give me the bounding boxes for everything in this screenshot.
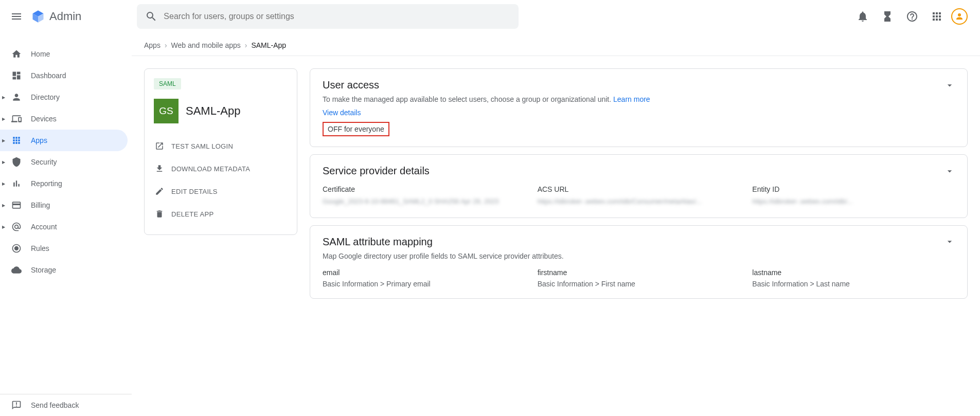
feedback-label: Send feedback — [31, 401, 79, 409]
notifications-button[interactable] — [852, 6, 873, 27]
header-actions — [852, 6, 976, 27]
caret-icon: ▶ — [2, 203, 5, 208]
edit-icon — [155, 187, 164, 196]
nav-label: Directory — [31, 93, 60, 101]
caret-icon: ▶ — [2, 160, 5, 165]
search-icon — [145, 10, 157, 23]
account-avatar[interactable] — [951, 8, 968, 25]
test-saml-login-action[interactable]: TEST SAML LOGIN — [150, 135, 292, 157]
edit-details-action[interactable]: EDIT DETAILS — [150, 180, 292, 203]
column-label: Entity ID — [752, 185, 955, 193]
sidebar-item-storage[interactable]: Storage — [0, 259, 128, 281]
app-summary-card: SAML GS SAML-App TEST SAML LOGINDOWNLOAD… — [144, 68, 297, 235]
action-label: TEST SAML LOGIN — [171, 142, 233, 150]
nav-label: Reporting — [31, 179, 62, 188]
feedback-icon — [11, 400, 22, 410]
download-metadata-action[interactable]: DOWNLOAD METADATA — [150, 157, 292, 180]
chevron-down-icon[interactable] — [945, 237, 955, 247]
saml-badge: SAML — [154, 78, 181, 89]
service-provider-panel[interactable]: Service provider details CertificateGoog… — [310, 154, 968, 218]
chevron-down-icon[interactable] — [945, 80, 955, 91]
breadcrumb-item[interactable]: Apps — [144, 41, 161, 49]
sp-column: ACS URLhttps://idbroker-.webex.com/idb/C… — [538, 185, 740, 207]
sidebar-item-account[interactable]: ▶Account — [0, 216, 128, 238]
bell-icon — [857, 10, 869, 23]
column-value: https://idbroker-.webex.com/idb/Consumer… — [538, 196, 740, 207]
apps-grid-icon — [931, 10, 943, 23]
chevron-right-icon: › — [245, 41, 247, 49]
sidebar-item-directory[interactable]: ▶Directory — [0, 86, 128, 108]
column-value: Basic Information > First name — [538, 280, 740, 288]
attr-column: lastnameBasic Information > Last name — [752, 268, 955, 288]
column-value: Basic Information > Last name — [752, 280, 955, 288]
apps-launcher-button[interactable] — [926, 6, 947, 27]
access-status: OFF for everyone — [323, 122, 389, 136]
at-icon — [11, 222, 22, 232]
wheel-icon — [11, 243, 22, 254]
breadcrumb-current: SAML-App — [251, 41, 286, 49]
attribute-mapping-panel[interactable]: SAML attribute mapping Map Google direct… — [310, 225, 968, 299]
attr-column: firstnameBasic Information > First name — [538, 268, 740, 288]
column-label: email — [323, 268, 525, 277]
tasks-button[interactable] — [877, 6, 898, 27]
sp-column: CertificateGoogle_2023-6-10-88461_SAML2_… — [323, 185, 525, 207]
dashboard-icon — [11, 70, 22, 81]
header: Admin — [0, 0, 980, 33]
panel-subtitle: To make the managed app available to sel… — [323, 95, 955, 103]
learn-more-link[interactable]: Learn more — [613, 95, 650, 103]
column-label: lastname — [752, 268, 955, 277]
chevron-right-icon: › — [165, 41, 167, 49]
column-value: https://idbroker-.webex.com/idb/... — [752, 196, 955, 207]
delete-app-action[interactable]: DELETE APP — [150, 203, 292, 225]
nav-label: Storage — [31, 266, 56, 274]
send-feedback[interactable]: Send feedback — [0, 394, 128, 416]
apps-icon — [11, 135, 22, 146]
search-input[interactable] — [164, 12, 510, 21]
panel-title: SAML attribute mapping — [323, 236, 433, 248]
caret-icon: ▶ — [2, 225, 5, 229]
panel-title: Service provider details — [323, 165, 430, 177]
sidebar-item-reporting[interactable]: ▶Reporting — [0, 173, 128, 194]
column-label: ACS URL — [538, 185, 740, 193]
sp-column: Entity IDhttps://idbroker-.webex.com/idb… — [752, 185, 955, 207]
menu-icon — [10, 10, 23, 23]
content: Apps › Web and mobile apps › SAML-App SA… — [132, 33, 980, 416]
sidebar-item-apps[interactable]: ▶Apps — [0, 130, 128, 151]
sidebar-item-dashboard[interactable]: Dashboard — [0, 65, 128, 86]
sidebar-item-home[interactable]: Home — [0, 43, 128, 65]
column-value: Basic Information > Primary email — [323, 280, 525, 288]
sidebar-item-devices[interactable]: ▶Devices — [0, 108, 128, 130]
app-icon: GS — [154, 99, 179, 123]
caret-icon: ▶ — [2, 117, 5, 121]
sidebar-item-security[interactable]: ▶Security — [0, 151, 128, 173]
breadcrumb: Apps › Web and mobile apps › SAML-App — [132, 33, 980, 56]
download-icon — [155, 164, 164, 173]
nav-label: Dashboard — [31, 71, 66, 80]
person-icon — [11, 92, 22, 102]
sidebar-item-rules[interactable]: Rules — [0, 238, 128, 259]
action-label: DELETE APP — [171, 210, 213, 218]
delete-icon — [155, 209, 164, 219]
cloud-icon — [11, 265, 22, 275]
action-label: DOWNLOAD METADATA — [171, 165, 250, 173]
nav-label: Home — [31, 50, 50, 58]
chevron-down-icon[interactable] — [945, 166, 955, 176]
attr-column: emailBasic Information > Primary email — [323, 268, 525, 288]
logo[interactable]: Admin — [31, 9, 81, 24]
search-box[interactable] — [137, 4, 519, 29]
user-access-panel[interactable]: User access To make the managed app avai… — [310, 68, 968, 147]
action-label: EDIT DETAILS — [171, 188, 218, 195]
column-label: Certificate — [323, 185, 525, 193]
help-icon — [906, 10, 918, 23]
help-button[interactable] — [902, 6, 922, 27]
menu-button[interactable] — [4, 4, 29, 29]
view-details-link[interactable]: View details — [323, 108, 361, 117]
sidebar-item-billing[interactable]: ▶Billing — [0, 194, 128, 216]
svg-point-0 — [958, 13, 961, 16]
caret-icon: ▶ — [2, 138, 5, 143]
breadcrumb-item[interactable]: Web and mobile apps — [171, 41, 241, 49]
admin-logo-icon — [31, 9, 45, 24]
panel-title: User access — [323, 79, 379, 91]
launch-icon — [155, 141, 164, 151]
column-label: firstname — [538, 268, 740, 277]
